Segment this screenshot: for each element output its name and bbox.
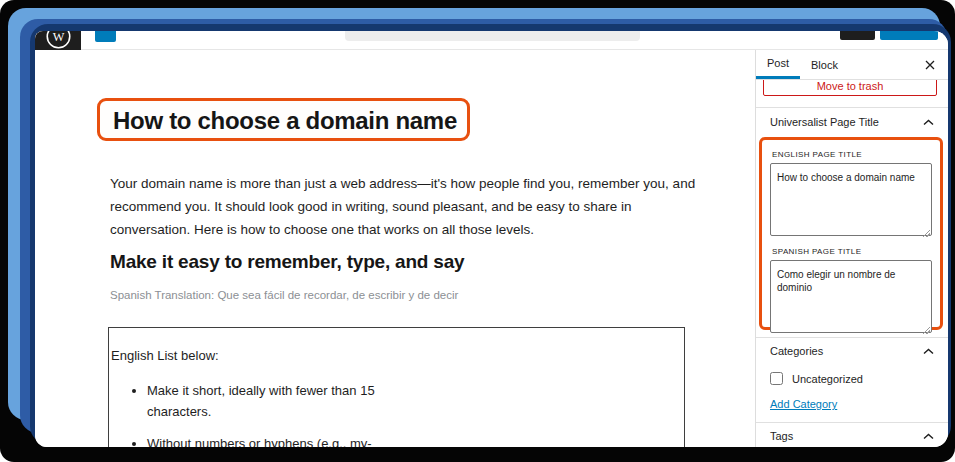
spanish-page-title-input[interactable]: Como elegir un nombre de dominio xyxy=(770,260,932,333)
panel-header-universalist-page-title[interactable]: Universalist Page Title xyxy=(756,116,948,128)
sidebar-scroll-area: Move to trash Universalist Page Title EN… xyxy=(756,80,948,447)
screenshot-canvas: W How to choose a domain name Your domai… xyxy=(0,0,955,462)
list-item[interactable]: Without numbers or hyphens (e.g., my- xyxy=(147,433,401,447)
spanish-page-title-label: SPANISH PAGE TITLE xyxy=(772,247,932,256)
document-title-bar[interactable] xyxy=(345,31,640,41)
close-sidebar-button[interactable] xyxy=(912,50,948,79)
english-list: Make it short, ideally with fewer than 1… xyxy=(133,380,401,447)
chevron-up-icon[interactable] xyxy=(923,433,934,440)
tab-block[interactable]: Block xyxy=(800,50,849,79)
section-heading[interactable]: Make it easy to remember, type, and say xyxy=(110,251,464,273)
add-category-link[interactable]: Add Category xyxy=(770,398,837,410)
divider xyxy=(756,337,948,338)
panel-title: Universalist Page Title xyxy=(770,116,879,128)
english-page-title-label: ENGLISH PAGE TITLE xyxy=(772,150,932,159)
toolbar-dark-button[interactable] xyxy=(840,31,875,40)
category-checkbox-row: Uncategorized xyxy=(770,372,863,385)
panel-header-categories[interactable]: Categories xyxy=(756,345,948,357)
post-content-area: How to choose a domain name Your domain … xyxy=(35,50,755,447)
wordpress-logo-icon: W xyxy=(45,31,72,50)
bordered-list-block[interactable]: English List below: Make it short, ideal… xyxy=(108,327,685,447)
post-title[interactable]: How to choose a domain name xyxy=(113,101,465,138)
resize-grip-icon[interactable] xyxy=(923,230,930,237)
chevron-up-icon[interactable] xyxy=(923,119,934,126)
svg-text:W: W xyxy=(53,31,65,44)
chevron-up-icon[interactable] xyxy=(923,348,934,355)
wordpress-menu-button[interactable]: W xyxy=(35,31,81,50)
publish-button[interactable] xyxy=(880,31,938,40)
panel-title: Tags xyxy=(770,430,793,442)
editor-toolbar: W xyxy=(35,31,948,50)
list-intro: English List below: xyxy=(111,348,219,363)
close-icon xyxy=(925,60,935,70)
resize-grip-icon[interactable] xyxy=(923,327,930,334)
fields-annotation-highlight: ENGLISH PAGE TITLE How to choose a domai… xyxy=(759,137,943,330)
block-inserter-button[interactable] xyxy=(95,31,116,42)
divider xyxy=(756,422,948,423)
panel-title: Categories xyxy=(770,345,823,357)
tab-post[interactable]: Post xyxy=(756,50,800,79)
divider xyxy=(756,107,948,108)
move-to-trash-button[interactable]: Move to trash xyxy=(763,80,937,96)
sidebar-tabs: Post Block xyxy=(756,50,948,80)
settings-sidebar: Post Block Move to trash Universalist Pa… xyxy=(755,50,948,447)
english-page-title-input[interactable]: How to choose a domain name xyxy=(770,163,932,236)
list-item[interactable]: Make it short, ideally with fewer than 1… xyxy=(147,380,401,422)
editor-window: W How to choose a domain name Your domai… xyxy=(35,31,948,447)
title-annotation-highlight: How to choose a domain name xyxy=(97,98,470,141)
translation-note[interactable]: Spanish Translation: Que sea fácil de re… xyxy=(110,289,458,301)
panel-header-tags[interactable]: Tags xyxy=(756,430,948,442)
intro-paragraph[interactable]: Your domain name is more than just a web… xyxy=(110,172,710,241)
uncategorized-label[interactable]: Uncategorized xyxy=(792,373,863,385)
uncategorized-checkbox[interactable] xyxy=(770,372,783,385)
